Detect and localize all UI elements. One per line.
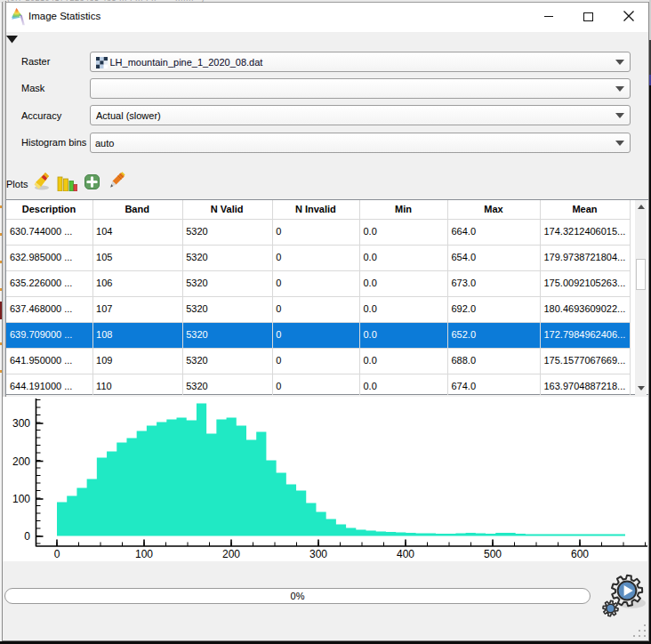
svg-text:100: 100 <box>135 548 153 560</box>
svg-text:0: 0 <box>54 548 60 560</box>
svg-text:600: 600 <box>571 548 589 560</box>
svg-text:300: 300 <box>309 548 327 560</box>
svg-text:200: 200 <box>12 455 30 468</box>
svg-text:300: 300 <box>12 417 30 430</box>
svg-text:0: 0 <box>24 530 30 543</box>
svg-text:400: 400 <box>397 548 414 560</box>
svg-text:500: 500 <box>484 548 502 560</box>
svg-text:200: 200 <box>222 548 240 560</box>
svg-text:100: 100 <box>12 493 30 505</box>
